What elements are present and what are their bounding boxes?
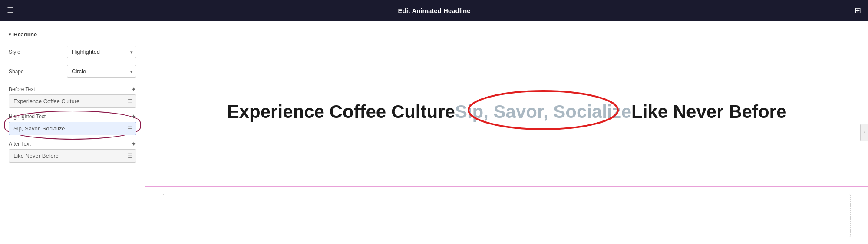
highlighted-text-dynamic-icon[interactable]: ✦ bbox=[131, 113, 136, 120]
shape-select-wrapper: Circle Underline X Curly Diagonal ▾ bbox=[67, 65, 136, 78]
after-text-row: After Text ✦ ☰ bbox=[0, 139, 145, 166]
style-label: Style bbox=[9, 49, 20, 55]
topbar-title: Edit Animated Headline bbox=[19, 7, 849, 14]
before-text-input-wrapper: ☰ bbox=[9, 94, 136, 108]
shape-row: Shape Circle Underline X Curly Diagonal … bbox=[0, 62, 145, 80]
before-text-input[interactable] bbox=[9, 94, 136, 108]
highlighted-text-row: Highlighted Text ✦ ☰ bbox=[0, 111, 145, 139]
highlighted-text-list-icon[interactable]: ☰ bbox=[128, 125, 133, 132]
section-header-headline[interactable]: ▾ Headline bbox=[0, 28, 145, 43]
sidebar-panel: ▾ Headline Style Highlighted Typed Rotat… bbox=[0, 21, 145, 244]
bottom-placeholder-area bbox=[163, 194, 851, 237]
before-text-label: Before Text bbox=[9, 86, 35, 92]
collapse-arrow-icon[interactable]: ▾ bbox=[9, 32, 11, 37]
before-text-row: Before Text ✦ ☰ bbox=[0, 84, 145, 111]
highlighted-text-input-wrapper: ☰ bbox=[9, 122, 136, 135]
main-layout: ▾ Headline Style Highlighted Typed Rotat… bbox=[0, 21, 868, 244]
shape-select[interactable]: Circle Underline X Curly Diagonal bbox=[67, 65, 136, 78]
before-text-dynamic-icon[interactable]: ✦ bbox=[131, 86, 136, 93]
headline-highlighted-text: Sip, Savor, Socialize bbox=[455, 101, 631, 122]
shape-label: Shape bbox=[9, 68, 24, 75]
style-row: Style Highlighted Typed Rotating ▾ bbox=[0, 43, 145, 61]
after-text-input[interactable] bbox=[9, 149, 136, 163]
content-area: Experience Coffee Culture Sip, Savor, So… bbox=[145, 21, 868, 244]
topbar: ☰ Edit Animated Headline ⊞ bbox=[0, 0, 868, 21]
style-select[interactable]: Highlighted Typed Rotating bbox=[67, 46, 136, 58]
after-text-input-wrapper: ☰ bbox=[9, 149, 136, 163]
style-select-wrapper: Highlighted Typed Rotating ▾ bbox=[67, 46, 136, 58]
toggle-tab[interactable]: ‹ bbox=[860, 124, 868, 141]
headline-after-text: Like Never Before bbox=[631, 101, 786, 123]
after-text-dynamic-icon[interactable]: ✦ bbox=[131, 140, 136, 147]
highlighted-text-wrapper: Sip, Savor, Socialize bbox=[455, 101, 631, 123]
highlighted-text-label: Highlighted Text bbox=[9, 114, 46, 120]
after-text-label: After Text bbox=[9, 141, 30, 147]
headline-before-text: Experience Coffee Culture bbox=[227, 101, 455, 123]
highlighted-text-input[interactable] bbox=[9, 122, 136, 135]
section-headline-label: Headline bbox=[13, 31, 37, 38]
after-text-list-icon[interactable]: ☰ bbox=[128, 153, 133, 159]
headline-preview: Experience Coffee Culture Sip, Savor, So… bbox=[145, 21, 868, 187]
divider-1 bbox=[0, 82, 145, 82]
menu-icon[interactable]: ☰ bbox=[7, 6, 14, 15]
grid-icon[interactable]: ⊞ bbox=[855, 6, 861, 15]
before-text-list-icon[interactable]: ☰ bbox=[128, 98, 133, 104]
